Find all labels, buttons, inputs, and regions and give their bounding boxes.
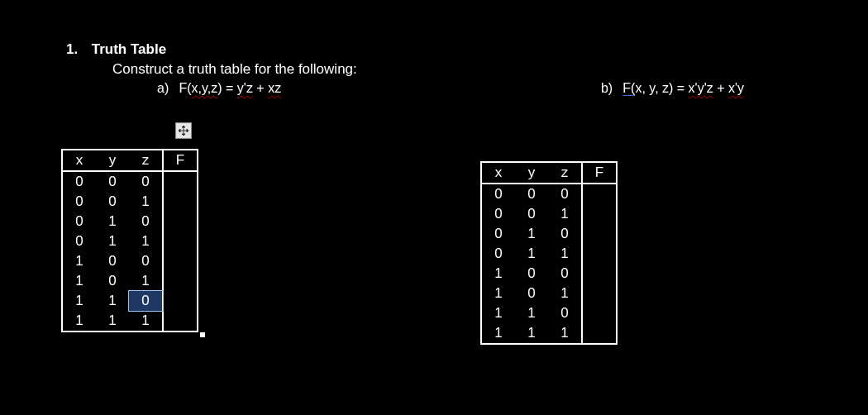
table-row[interactable]: 101 [62,271,198,291]
table-row[interactable]: 011 [62,231,198,251]
subpart-a: a) F(x,y,z) = y'z + xz [157,81,281,96]
table-header-row: x y z F [481,162,617,184]
question-title: Truth Table [92,41,166,57]
table-row[interactable]: 001 [481,204,617,224]
table-row[interactable]: 000 [481,184,617,204]
table-move-handle-icon[interactable] [175,122,192,139]
col-y: y [515,162,548,184]
question-line: 1. Truth Table [41,41,827,58]
subparts-row: a) F(x,y,z) = y'z + xz b) F(x, y, z) = x… [99,81,827,96]
table-row[interactable]: 100 [481,264,617,284]
table-row[interactable]: 110 [481,303,617,323]
table-row[interactable]: 010 [62,212,198,231]
truth-table-b[interactable]: x y z F 000 001 010 011 100 101 110 111 [480,161,618,345]
table-row[interactable]: 110 [62,291,198,311]
question-prompt: Construct a truth table for the followin… [112,61,827,78]
col-F: F [582,162,617,184]
col-F: F [163,150,198,171]
table-row[interactable]: 010 [481,224,617,244]
subpart-b-label: b) [601,81,619,96]
table-row[interactable]: 100 [62,251,198,271]
question-number: 1. [66,41,88,58]
table-row[interactable]: 011 [481,244,617,264]
subpart-b-expr: F(x, y, z) = x'y'z + x'y [622,81,744,95]
col-y: y [96,150,129,171]
col-z: z [548,162,582,184]
table-row[interactable]: 111 [481,323,617,344]
col-x: x [481,162,515,184]
table-row[interactable]: 001 [62,192,198,212]
selected-cell[interactable]: 0 [129,291,163,311]
table-row[interactable]: 000 [62,171,198,192]
subpart-b: b) F(x, y, z) = x'y'z + x'y [601,81,744,96]
table-resize-handle-icon[interactable] [200,332,205,337]
table-row[interactable]: 111 [62,311,198,332]
col-z: z [129,150,163,171]
subpart-a-label: a) [157,81,175,96]
table-row[interactable]: 101 [481,284,617,303]
subpart-a-expr: F(x,y,z) = y'z + xz [179,81,281,95]
truth-table-a[interactable]: x y z F 000 001 010 011 100 101 110 111 [61,149,198,336]
col-x: x [62,150,96,171]
table-header-row: x y z F [62,150,198,171]
